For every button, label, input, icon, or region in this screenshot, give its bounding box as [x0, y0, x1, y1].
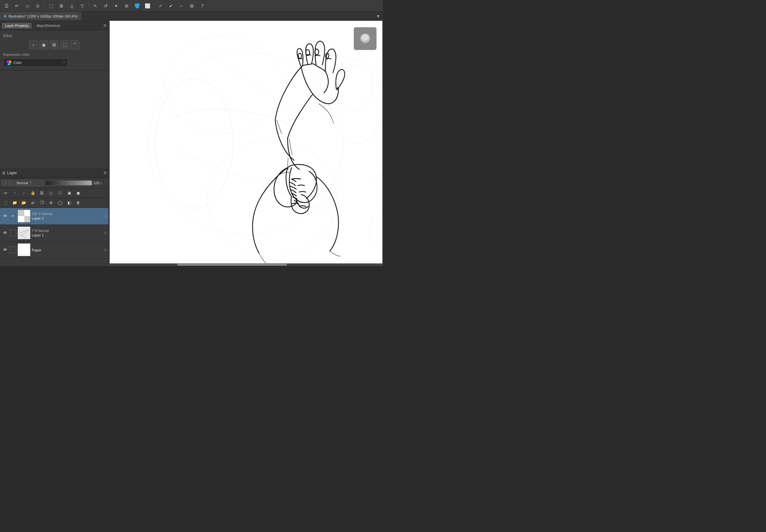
layer-panel: ⊛ Layer ≡ Normal ⌃ 100 ↕ ⇔: [0, 168, 108, 266]
menu-icon[interactable]: ☰: [2, 1, 11, 10]
tab-layer-property[interactable]: Layer Property: [2, 23, 32, 29]
layer-checkbox-2[interactable]: [8, 180, 14, 186]
blend-mode-select[interactable]: Normal ⌃: [15, 180, 44, 186]
new-folder2-btn[interactable]: 📂: [19, 199, 28, 207]
canvas-scrollbar-h[interactable]: [109, 263, 383, 266]
tab-dot: [4, 15, 6, 18]
svg-point-22: [369, 205, 382, 257]
rect-select-icon[interactable]: ⬜: [143, 1, 152, 10]
shape-layer-btn[interactable]: ◧: [65, 199, 73, 207]
layer-2-thumbnail: [18, 210, 30, 223]
color-label: Color: [13, 61, 61, 65]
cursor-icon[interactable]: ↖: [91, 1, 100, 10]
layer-1-mode: 7 % Normal: [32, 229, 103, 233]
layer-item-2[interactable]: 👁 ✏ 100 % Normal Layer 2: [0, 208, 108, 225]
svg-point-11: [165, 36, 282, 134]
layer-move-up-btn[interactable]: ↑: [10, 189, 19, 197]
delete-layer-btn[interactable]: 🗑: [74, 199, 82, 207]
layer-item-1[interactable]: 👁 7 % Normal Layer 1 ≡: [0, 225, 108, 242]
opacity-arrow-icon: ↕: [100, 181, 102, 185]
tab-overflow-arrow[interactable]: ▼: [373, 14, 383, 19]
copy-layer-btn[interactable]: ❐: [38, 199, 46, 207]
svg-rect-3: [24, 216, 30, 223]
layer-panel-title: Layer: [7, 171, 102, 175]
merge-btn[interactable]: ⊕: [47, 199, 55, 207]
square-effect-icon[interactable]: ⬚: [60, 40, 69, 49]
wand-icon[interactable]: ⊛: [122, 1, 131, 10]
chevron-effect-icon[interactable]: ⌃: [70, 40, 79, 49]
layer-move-dn-btn[interactable]: ↓: [19, 189, 28, 197]
paper-name: Paper: [32, 248, 103, 252]
panel-menu-icon[interactable]: ≡: [103, 23, 106, 29]
edit-tool-icon[interactable]: ✏: [12, 1, 21, 10]
layer-controls-row: Normal ⌃ 100 ↕: [0, 178, 108, 188]
svg-point-15: [334, 59, 372, 111]
toolbar-sep-2: [89, 3, 89, 9]
tab-bar: Illustration* (1200 x 1600px 300dpi 160.…: [0, 12, 383, 21]
layer-transform-btn[interactable]: ⬡: [56, 189, 64, 197]
layer-item-paper[interactable]: 👁 Paper ≡: [0, 242, 108, 259]
sparkle-icon[interactable]: ✦: [112, 1, 121, 10]
layer-flip-h-btn[interactable]: ⇔: [1, 189, 10, 197]
canvas-area[interactable]: [109, 21, 383, 266]
svg-rect-1: [24, 210, 30, 216]
left-panel: Layer Property Align/Distribute ≡ Effect…: [0, 21, 109, 266]
record-icon[interactable]: ⊙: [33, 1, 42, 10]
layer-fill-btn[interactable]: ▣: [65, 189, 73, 197]
layer-panel-menu-icon[interactable]: ≡: [103, 170, 106, 176]
gradient-icon[interactable]: ▽: [78, 1, 87, 10]
layer-2-pencil-btn[interactable]: ✏: [10, 213, 16, 219]
layer-link-btn[interactable]: ⛓: [38, 189, 46, 197]
move-layer-btn[interactable]: ⇄: [29, 199, 37, 207]
paper-lock-btn[interactable]: [10, 247, 16, 253]
tab-label: Illustration* (1200 x 1600px 300dpi 160.…: [8, 14, 78, 18]
grid2-icon[interactable]: ⊞: [187, 1, 196, 10]
select-tool-icon[interactable]: ⬚: [46, 1, 55, 10]
paper-menu-icon[interactable]: ≡: [104, 248, 106, 252]
expression-color-label: Expression color: [3, 53, 105, 56]
layer-2-visibility-btn[interactable]: 👁: [2, 213, 8, 219]
new-folder-btn[interactable]: 📁: [10, 199, 19, 207]
panel-tabs: Layer Property Align/Distribute ≡: [0, 21, 108, 30]
layer-list-tools: ⬚ 📁 📂 ⇄ ❐ ⊕ ◯ ◧ 🗑: [0, 198, 108, 208]
layer-2-menu-icon[interactable]: ≡: [104, 214, 106, 218]
paper-visibility-btn[interactable]: 👁: [2, 247, 8, 253]
layer-panel-header: ⊛ Layer ≡: [0, 168, 108, 178]
circle-layer-btn[interactable]: ◯: [56, 199, 64, 207]
layer-1-menu-icon[interactable]: ≡: [104, 231, 106, 235]
layers-icon: ⊛: [2, 170, 6, 175]
layer-2-name: Layer 2: [32, 216, 103, 220]
pen-nib-icon[interactable]: ⌐: [177, 1, 186, 10]
tab-align-distribute[interactable]: Align/Distribute: [33, 23, 64, 29]
layer-list: 👁 ✏ 100 % Normal Layer 2: [0, 208, 108, 266]
layer-1-lock-btn[interactable]: [10, 230, 16, 236]
circle-fill-effect-icon[interactable]: ◉: [39, 40, 48, 49]
dots-effect-icon[interactable]: ⊞: [50, 40, 59, 49]
layer-select-area-btn[interactable]: ◻: [47, 189, 55, 197]
layer-actions-row: ⇔ ↑ ↓ 🔒 ⛓ ◻ ⬡ ▣ ◼: [0, 188, 108, 198]
circle-effect-icon[interactable]: ○: [29, 40, 38, 49]
layer-1-visibility-btn[interactable]: 👁: [2, 230, 8, 236]
scroll-thumb-h[interactable]: [177, 264, 287, 266]
property-empty-space: [0, 70, 108, 168]
dropdown-arrow-icon: ⌃: [63, 61, 65, 65]
new-layer-btn[interactable]: ⬚: [1, 199, 10, 207]
check1-icon[interactable]: ✓: [156, 1, 165, 10]
layer-color-btn[interactable]: ◼: [74, 189, 82, 197]
layer-checkbox-1[interactable]: [2, 180, 7, 186]
move-tool-icon[interactable]: ⊞: [57, 1, 66, 10]
shape-tool-icon[interactable]: ◇: [23, 1, 32, 10]
check2-icon[interactable]: ✔: [166, 1, 176, 10]
svg-rect-0: [18, 210, 24, 216]
opacity-bar[interactable]: [45, 180, 92, 186]
color-dropdown[interactable]: Color ⌃: [3, 58, 68, 67]
layer-lock-btn[interactable]: 🔒: [29, 189, 37, 197]
fill-tool-icon[interactable]: ◬: [67, 1, 76, 10]
rotate-icon[interactable]: ↺: [101, 1, 110, 10]
help-icon[interactable]: ?: [198, 1, 207, 10]
blend-mode-arrow: ⌃: [29, 181, 32, 185]
paint-icon[interactable]: 🪣: [132, 1, 141, 10]
canvas-drawing: [110, 21, 382, 266]
svg-rect-2: [18, 216, 24, 223]
active-tab[interactable]: Illustration* (1200 x 1600px 300dpi 160.…: [0, 12, 82, 20]
